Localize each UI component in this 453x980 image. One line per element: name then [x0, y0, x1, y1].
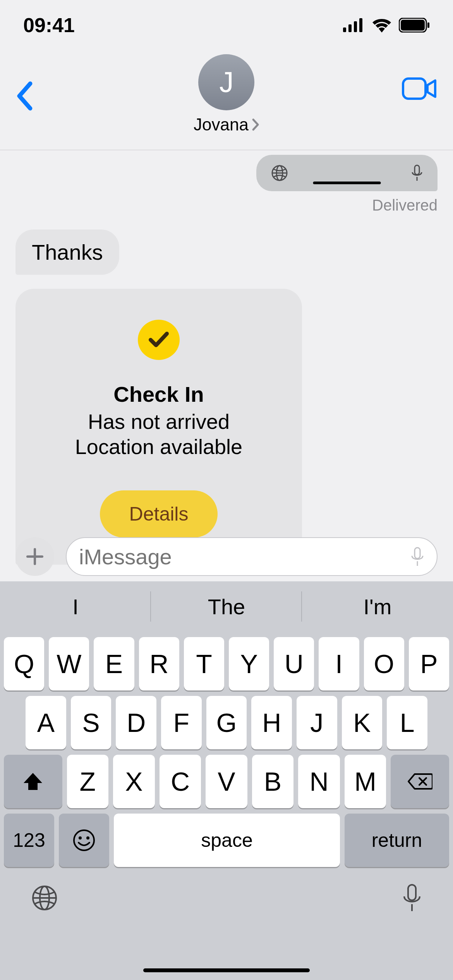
key-q[interactable]: Q	[4, 637, 44, 690]
key-x[interactable]: X	[113, 755, 155, 808]
battery-icon	[399, 18, 430, 33]
checkin-status-line2: Location available	[75, 434, 242, 459]
message-input[interactable]	[79, 544, 410, 569]
home-indicator[interactable]	[143, 968, 310, 972]
key-m[interactable]: M	[345, 755, 386, 808]
avatar: J	[198, 54, 254, 110]
globe-icon	[271, 164, 288, 182]
cellular-icon	[343, 18, 365, 32]
keyboard-row-2: A S D F G H J K L	[0, 690, 453, 749]
prediction-bar: I The I'm	[0, 581, 453, 632]
key-i[interactable]: I	[319, 637, 359, 690]
key-h[interactable]: H	[251, 696, 292, 749]
back-button[interactable]	[15, 81, 33, 112]
received-message[interactable]: Thanks	[15, 230, 119, 275]
video-icon	[402, 77, 438, 100]
svg-point-19	[74, 830, 94, 850]
key-g[interactable]: G	[206, 696, 247, 749]
message-composer	[0, 530, 453, 584]
chevron-right-icon	[252, 118, 259, 131]
key-u[interactable]: U	[274, 637, 314, 690]
prediction-3[interactable]: I'm	[302, 581, 453, 632]
space-key[interactable]: space	[114, 814, 340, 867]
prediction-2[interactable]: The	[151, 581, 302, 632]
status-time: 09:41	[23, 14, 75, 37]
facetime-button[interactable]	[402, 77, 438, 101]
key-v[interactable]: V	[206, 755, 247, 808]
shift-key[interactable]	[4, 755, 62, 808]
key-l[interactable]: L	[387, 696, 427, 749]
key-b[interactable]: B	[252, 755, 294, 808]
conversation-thread: Delivered Thanks Check In Has not arrive…	[0, 155, 453, 565]
checkin-status-line1: Has not arrived	[88, 409, 230, 434]
backspace-key[interactable]	[391, 755, 449, 808]
key-z[interactable]: Z	[67, 755, 109, 808]
key-c[interactable]: C	[160, 755, 201, 808]
sent-message-stub[interactable]	[256, 155, 438, 191]
microphone-icon	[411, 164, 423, 182]
dictation-icon[interactable]	[402, 883, 422, 913]
svg-rect-1	[348, 24, 352, 32]
plus-icon	[26, 548, 44, 565]
svg-rect-2	[354, 21, 357, 32]
message-input-container[interactable]	[66, 537, 438, 576]
keyboard-row-4: 123 space return	[0, 808, 453, 867]
svg-rect-6	[427, 22, 429, 28]
key-s[interactable]: S	[71, 696, 112, 749]
return-key[interactable]: return	[345, 814, 449, 867]
svg-point-20	[79, 836, 82, 840]
checkin-card[interactable]: Check In Has not arrived Location availa…	[15, 289, 302, 565]
keyboard-row-1: Q W E R T Y U I O P	[0, 632, 453, 690]
shift-icon	[22, 771, 44, 792]
emoji-icon	[72, 829, 96, 852]
svg-rect-5	[401, 20, 425, 31]
conversation-header: J Jovana	[0, 50, 453, 150]
key-f[interactable]: F	[161, 696, 202, 749]
microphone-icon[interactable]	[410, 547, 424, 567]
key-r[interactable]: R	[139, 637, 179, 690]
backspace-icon	[408, 773, 432, 790]
emoji-key[interactable]	[59, 814, 109, 867]
status-bar: 09:41	[0, 0, 453, 50]
svg-rect-0	[343, 27, 346, 32]
delivery-status: Delivered	[15, 197, 438, 214]
svg-rect-11	[415, 165, 419, 175]
key-e[interactable]: E	[94, 637, 134, 690]
chevron-left-icon	[15, 81, 33, 111]
key-a[interactable]: A	[26, 696, 66, 749]
key-o[interactable]: O	[364, 637, 404, 690]
svg-point-21	[86, 836, 89, 840]
key-n[interactable]: N	[298, 755, 340, 808]
svg-rect-25	[408, 885, 416, 900]
keyboard: I The I'm Q W E R T Y U I O P A S D F G …	[0, 581, 453, 980]
key-y[interactable]: Y	[229, 637, 269, 690]
key-d[interactable]: D	[116, 696, 156, 749]
prediction-1[interactable]: I	[0, 581, 151, 632]
svg-rect-15	[415, 548, 420, 559]
checkin-title: Check In	[113, 382, 204, 407]
attachments-button[interactable]	[15, 537, 54, 576]
wifi-icon	[372, 18, 392, 33]
status-icons	[343, 18, 430, 33]
contact-info[interactable]: J Jovana	[194, 54, 259, 134]
key-t[interactable]: T	[184, 637, 224, 690]
key-p[interactable]: P	[409, 637, 449, 690]
keyboard-row-3: Z X C V B N M	[0, 749, 453, 808]
key-j[interactable]: J	[297, 696, 337, 749]
key-w[interactable]: W	[49, 637, 89, 690]
numbers-key[interactable]: 123	[4, 814, 54, 867]
svg-rect-3	[359, 18, 362, 32]
key-k[interactable]: K	[342, 696, 383, 749]
globe-icon[interactable]	[31, 884, 58, 911]
contact-name: Jovana	[194, 115, 249, 134]
checkin-badge-icon	[138, 320, 180, 360]
keyboard-bottom-bar	[0, 867, 453, 929]
svg-rect-7	[403, 79, 426, 99]
checkmark-icon	[148, 331, 170, 349]
